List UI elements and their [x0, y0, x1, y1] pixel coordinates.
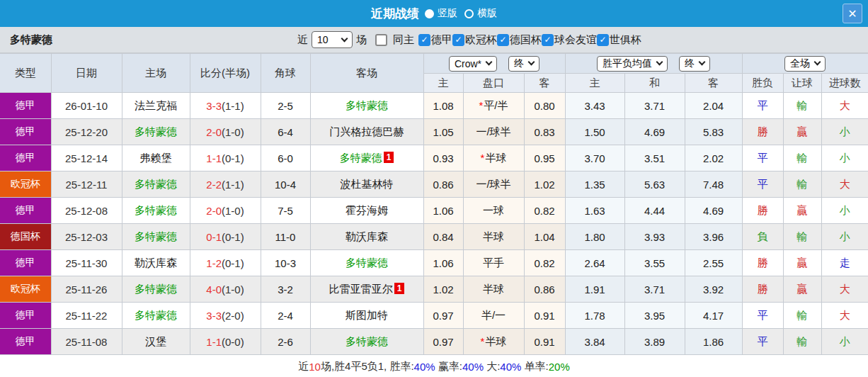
checkbox-item-4[interactable]: ✓球会友谊 [542, 33, 597, 47]
checkbox-label: 欧冠杯 [465, 33, 497, 47]
league-badge: 德甲 [0, 145, 51, 171]
ah-line: 半球 [463, 276, 524, 303]
corners: 10-3 [261, 250, 310, 276]
checkbox-item-1[interactable]: ✓德甲 [418, 33, 452, 47]
checkbox-label: 德甲 [431, 33, 452, 47]
ah-line: 一球 [463, 198, 524, 224]
half-time-score: (0-0) [222, 336, 244, 348]
odds-time-value: 终 [685, 57, 695, 70]
score: 2-0(1-0) [190, 119, 261, 145]
away-team-name: 多特蒙德 [346, 99, 388, 111]
layout-option-vertical[interactable]: 竖版 [425, 7, 457, 20]
checkbox-item-2[interactable]: ✓欧冠杯 [452, 33, 497, 47]
ah-home-odds: 0.84 [423, 224, 463, 250]
ah-home-odds: 1.06 [423, 250, 463, 276]
ah-line-text: 一球 [483, 204, 504, 216]
ah-away-odds: 1.02 [524, 171, 565, 198]
result-handicap: 贏 [783, 276, 821, 303]
half-time-score: (0-1) [222, 231, 244, 243]
odds-home: 1.63 [565, 198, 624, 224]
ah-away-odds: 0.91 [524, 303, 565, 329]
result-goals: 小 [821, 119, 868, 145]
score: 2-0(1-0) [190, 198, 261, 224]
half-time-score: (1-0) [222, 126, 244, 138]
half-time-score: (1-0) [222, 283, 244, 296]
full-time-score: 2-2 [206, 179, 222, 191]
checkbox-item-0[interactable]: 同主 [375, 33, 414, 47]
score: 4-0(1-0) [190, 276, 261, 303]
ah-home-odds: 0.86 [423, 171, 463, 198]
checkbox-item-3[interactable]: ✓德国杯 [497, 33, 542, 47]
league-badge: 欧冠杯 [0, 276, 51, 303]
handicap-source-select[interactable]: Crow* [449, 56, 497, 72]
ah-line-text: 半球 [485, 335, 506, 347]
ah-home-odds: 1.05 [423, 119, 463, 145]
match-date: 25-12-03 [51, 224, 122, 250]
odds-away: 3.96 [685, 224, 742, 250]
match-date: 25-11-26 [51, 276, 122, 303]
away-team: 门兴格拉德巴赫 [310, 119, 423, 145]
checkbox-item-5[interactable]: ✓世俱杯 [597, 33, 641, 47]
page-title: 近期战绩 [371, 6, 419, 22]
checkbox-label: 球会友谊 [554, 33, 597, 47]
match-date: 25-12-11 [51, 171, 122, 198]
corners: 6-4 [261, 119, 310, 145]
result-wdl: 平 [742, 303, 783, 329]
layout-option-horizontal[interactable]: 横版 [464, 7, 497, 20]
odds-away: 2.55 [685, 250, 742, 276]
odds-draw: 3.89 [624, 329, 685, 355]
table-row: 德甲25-11-22多特蒙德3-3(2-0)2-4斯图加特0.97半/一0.91… [0, 303, 868, 329]
handicap-time-select[interactable]: 终 [508, 56, 539, 72]
half-time-score: (1-1) [222, 100, 244, 112]
ah-line-text: 半球 [483, 230, 504, 242]
table-row: 德甲25-11-30勒沃库森1-2(0-1)10-3多特蒙德1.06平手0.82… [0, 250, 868, 276]
away-team-name: 多特蒙德 [340, 152, 382, 164]
header-corners: 角球 [261, 54, 310, 93]
odds-draw: 4.44 [624, 198, 685, 224]
corners: 3-2 [261, 276, 310, 303]
odds-home: 1.80 [565, 224, 624, 250]
result-goals: 大 [821, 276, 868, 303]
result-goals: 小 [821, 145, 868, 171]
subheader-ah-home: 主 [423, 74, 463, 93]
odds-home: 3.43 [565, 93, 624, 119]
summary-bar: 近10场,胜4平5负1, 胜率:40% 赢率:40% 大:40% 单率:20% [0, 355, 868, 377]
handicap-source-value: Crow* [455, 58, 481, 69]
recent-results-panel: 近期战绩 竖版横版 ✕ 多特蒙德 近 10 场 同主✓德甲✓欧冠杯✓德国杯✓球会… [0, 0, 868, 377]
ah-line: *半球 [463, 329, 524, 355]
away-team: 波杜基林特 [310, 171, 423, 198]
result-wdl: 平 [742, 93, 783, 119]
odds-time-select[interactable]: 终 [679, 56, 710, 72]
layout-options: 竖版横版 [425, 7, 497, 20]
summary-segment: 40% [462, 361, 484, 373]
odds-source-select[interactable]: 胜平负均值 [597, 56, 668, 72]
card-badge: 1 [384, 152, 394, 163]
odds-source-value: 胜平负均值 [603, 57, 652, 70]
home-team: 多特蒙德 [122, 224, 190, 250]
result-goals: 小 [821, 224, 868, 250]
result-handicap: 輸 [783, 303, 821, 329]
match-date: 26-01-10 [51, 93, 122, 119]
ah-line-text: 半球 [483, 283, 504, 295]
odds-draw: 5.63 [624, 171, 685, 198]
title-group: 近期战绩 竖版横版 [371, 6, 497, 22]
home-team-name: 弗赖堡 [140, 152, 172, 164]
score: 1-1(0-1) [190, 145, 261, 171]
league-badge: 欧冠杯 [0, 171, 51, 198]
result-handicap: 輸 [783, 93, 821, 119]
summary-segment: 赢率: [435, 360, 462, 373]
result-wdl: 平 [742, 145, 783, 171]
radio-unselected-icon [464, 9, 474, 18]
subheader-handicap-result: 让球 [783, 74, 821, 93]
radio-selected-icon [425, 9, 434, 18]
ah-line: 平手 [463, 250, 524, 276]
result-scope-select[interactable]: 全场 [784, 56, 826, 72]
recent-count-select[interactable]: 10 [312, 31, 353, 48]
results-table: 类型 日期 主场 比分(半场) 角球 客场 Crow* 终 [0, 53, 868, 355]
close-button[interactable]: ✕ [843, 4, 862, 23]
ah-line: *平/半 [463, 93, 524, 119]
chevron-down-icon [699, 59, 706, 66]
header-date: 日期 [51, 54, 122, 93]
ah-line: 一/球半 [463, 119, 524, 145]
home-team-name: 多特蒙德 [135, 283, 177, 295]
